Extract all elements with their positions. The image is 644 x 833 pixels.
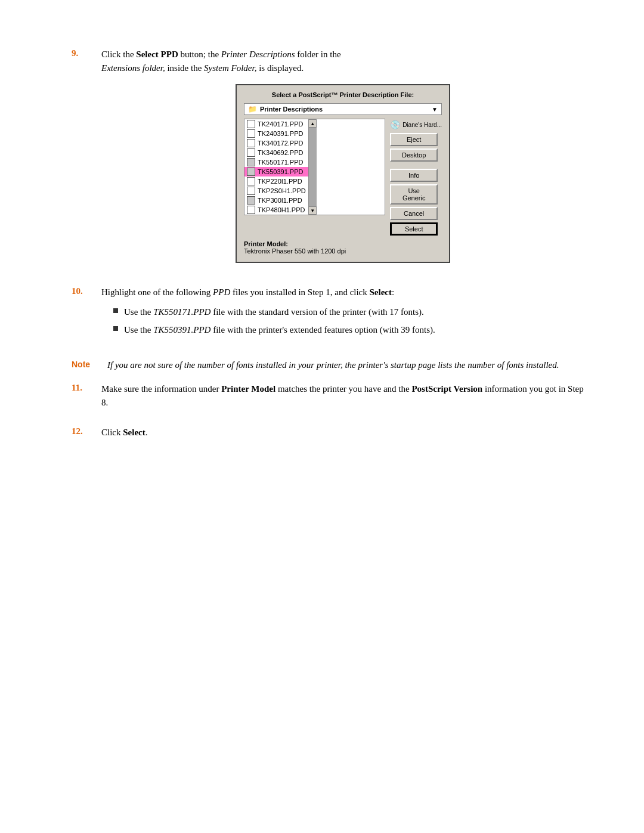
disk-icon-area: 💿 Diane's Hard...: [390, 119, 442, 131]
dialog-screenshot-container: Select a PostScript™ Printer Description…: [101, 84, 584, 263]
step-11-text: Make sure the information under Printer …: [101, 382, 584, 409]
file-icon: [247, 120, 255, 128]
step-12-content: Click Select.: [101, 426, 584, 439]
file-name: TK340172.PPD: [258, 140, 303, 147]
italic-extensions-folder: Extensions folder,: [101, 63, 165, 73]
dialog-title: Select a PostScript™ Printer Description…: [244, 91, 442, 98]
list-item[interactable]: TKP300I1.PPD: [244, 196, 308, 205]
list-item[interactable]: TK550171.PPD: [244, 157, 308, 167]
file-icon: [247, 206, 255, 214]
file-name: TKP300I1.PPD: [258, 197, 302, 204]
file-name: TKP220I1.PPD: [258, 178, 302, 185]
printer-description-dialog: Select a PostScript™ Printer Description…: [236, 84, 450, 263]
scroll-track: [309, 128, 317, 206]
note-text: If you are not sure of the number of fon…: [107, 358, 584, 372]
italic-printer-descriptions: Printer Descriptions: [221, 49, 295, 59]
printer-model-label: Printer Model:: [244, 240, 442, 247]
bullet-text-2: Use the TK550391.PPD file with the print…: [124, 323, 435, 337]
printer-model-area: Printer Model: Tektronix Phaser 550 with…: [244, 240, 442, 255]
step-11: 11. Make sure the information under Prin…: [72, 382, 584, 409]
italic-tk550171: TK550171.PPD: [153, 307, 210, 317]
disk-icon: 💿: [390, 120, 400, 129]
desktop-button[interactable]: Desktop: [390, 148, 438, 162]
scrollbar[interactable]: ▲ ▼: [308, 119, 317, 215]
file-list-scroll-area: TK240171.PPD TK240391.PPD TK340172.PPD: [244, 119, 385, 215]
step-11-content: Make sure the information under Printer …: [101, 382, 584, 409]
scroll-down-arrow[interactable]: ▼: [308, 206, 317, 215]
file-icon: [247, 196, 255, 205]
file-icon: [247, 139, 255, 147]
info-button[interactable]: Info: [390, 169, 438, 182]
step-12-number: 12.: [72, 426, 101, 436]
cancel-button[interactable]: Cancel: [390, 207, 438, 220]
italic-ppd-10: PPD: [213, 287, 230, 297]
file-icon: [247, 177, 255, 185]
bullet-list-10: Use the TK550171.PPD file with the stand…: [113, 305, 584, 337]
list-item[interactable]: TK340692.PPD: [244, 148, 308, 157]
file-icon: [247, 168, 255, 176]
italic-tk550391: TK550391.PPD: [153, 325, 210, 335]
note-label: Note: [72, 358, 107, 369]
bold-select-ppd: Select PPD: [136, 49, 178, 59]
step-12-text: Click Select.: [101, 426, 584, 439]
note-italic-text: If you are not sure of the number of fon…: [107, 360, 559, 370]
bullet-icon: [113, 308, 118, 313]
folder-label: Printer Descriptions: [260, 106, 432, 113]
list-item: Use the TK550171.PPD file with the stand…: [113, 305, 584, 319]
list-item[interactable]: TKP480H1.PPD: [244, 205, 308, 215]
step-11-number: 11.: [72, 382, 101, 393]
dropdown-arrow-icon: ▼: [432, 106, 438, 113]
bold-select-10: Select: [370, 287, 392, 297]
dialog-main-area: TK240171.PPD TK240391.PPD TK340172.PPD: [244, 119, 442, 236]
file-name: TKP2S0H1.PPD: [258, 187, 306, 194]
step-9-number: 9.: [72, 48, 101, 58]
step-10: 10. Highlight one of the following PPD f…: [72, 286, 584, 342]
file-name: TK240171.PPD: [258, 120, 303, 128]
list-item-selected[interactable]: TK550391.PPD: [244, 167, 308, 176]
step-12: 12. Click Select.: [72, 426, 584, 439]
list-item[interactable]: TKP220I1.PPD: [244, 176, 308, 186]
list-item[interactable]: TK240391.PPD: [244, 129, 308, 138]
file-icon: [247, 158, 255, 166]
list-item[interactable]: TK240171.PPD: [244, 119, 308, 129]
scroll-up-arrow[interactable]: ▲: [308, 119, 317, 128]
folder-bar[interactable]: 📁 Printer Descriptions ▼: [244, 103, 442, 115]
bullet-icon: [113, 326, 118, 331]
printer-model-value: Tektronix Phaser 550 with 1200 dpi: [244, 247, 442, 255]
step-9-content: Click the Select PPD button; the Printer…: [101, 48, 584, 269]
step-9-text: Click the Select PPD button; the Printer…: [101, 48, 584, 75]
file-name: TK240391.PPD: [258, 130, 303, 137]
buttons-column: 💿 Diane's Hard... Eject Desktop Info Use…: [390, 119, 442, 236]
list-item[interactable]: TKP2S0H1.PPD: [244, 186, 308, 196]
step-10-content: Highlight one of the following PPD files…: [101, 286, 584, 342]
file-name: TK550171.PPD: [258, 159, 303, 166]
note-block: Note If you are not sure of the number o…: [72, 358, 584, 372]
file-name: TK340692.PPD: [258, 149, 303, 156]
bold-printer-model: Printer Model: [221, 384, 275, 394]
file-list: TK240171.PPD TK240391.PPD TK340172.PPD: [244, 119, 308, 215]
italic-system-folder: System Folder,: [204, 63, 256, 73]
file-icon: [247, 187, 255, 195]
step-10-text: Highlight one of the following PPD files…: [101, 286, 584, 299]
file-icon: [247, 129, 255, 138]
step-10-number: 10.: [72, 286, 101, 296]
bullet-text-1: Use the TK550171.PPD file with the stand…: [124, 305, 424, 319]
bold-postscript-version: PostScript Version: [411, 384, 482, 394]
select-button[interactable]: Select: [390, 222, 438, 236]
folder-icon: 📁: [248, 105, 257, 113]
file-icon: [247, 148, 255, 157]
eject-button[interactable]: Eject: [390, 133, 438, 146]
use-generic-button[interactable]: Use Generic: [390, 184, 438, 205]
list-item: Use the TK550391.PPD file with the print…: [113, 323, 584, 337]
bold-select-12: Select: [123, 428, 145, 437]
file-name: TK550391.PPD: [258, 168, 303, 175]
file-name: TKP480H1.PPD: [258, 206, 305, 213]
list-item[interactable]: TK340172.PPD: [244, 138, 308, 148]
disk-label: Diane's Hard...: [402, 122, 442, 128]
step-9: 9. Click the Select PPD button; the Prin…: [72, 48, 584, 269]
